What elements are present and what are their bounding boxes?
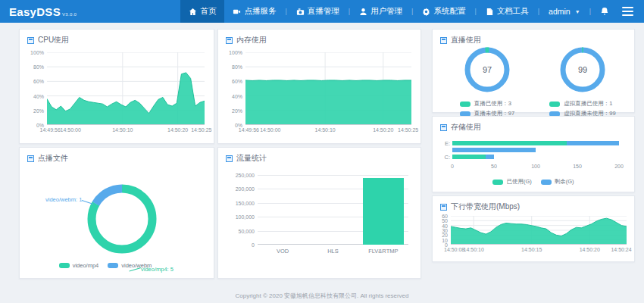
y-axis-label: 80% xyxy=(33,64,44,70)
bell-icon xyxy=(600,7,609,16)
legend-swatch xyxy=(541,180,552,185)
document-icon xyxy=(486,8,494,16)
x-axis-label: 14:50:15 xyxy=(521,247,542,252)
home-icon xyxy=(189,8,197,16)
virtual-live-gauge[interactable]: 99 虚拟直播已使用：1 虚拟直播未使用：99 xyxy=(537,46,628,120)
panel-icon xyxy=(226,155,233,162)
nav-item-live[interactable]: 直播管理 xyxy=(288,0,348,23)
x-axis-label: 14:49:56 xyxy=(239,127,259,133)
notifications-button[interactable] xyxy=(592,0,617,23)
y-axis-label: 20% xyxy=(232,108,242,113)
live-camera-icon xyxy=(296,8,305,16)
legend-swatch xyxy=(59,263,70,268)
traffic-bar-chart[interactable]: 050,000100,000150,000200,000250,000VODHL… xyxy=(258,175,408,245)
panel-traffic-stats: 流量统计 050,000100,000150,000200,000250,000… xyxy=(217,147,421,279)
y-axis-label: 20 xyxy=(442,233,448,238)
x-axis-label: 14:50:20 xyxy=(167,127,188,133)
x-axis-label: 14:50:24 xyxy=(611,247,631,252)
storage-legend: 已使用(G) 剩余(G) xyxy=(433,178,634,186)
panel-icon xyxy=(440,124,447,131)
y-axis-label: 100% xyxy=(229,50,242,55)
y-axis-label: 50,000 xyxy=(239,228,255,233)
x-axis-label: 50 xyxy=(491,164,497,169)
y-axis-label: 200,000 xyxy=(236,186,255,192)
storage-row: C: xyxy=(452,155,619,159)
y-axis-label: 0 xyxy=(252,242,255,248)
memory-area-chart[interactable]: 0%20%40%60%80%100%14:49:5614:50:0014:50:… xyxy=(245,52,411,125)
copyright-text: Copyright © 2020 安徽旭帆信息科技有限公司. All right… xyxy=(0,292,644,300)
panel-cpu-usage: CPU使用 0%20%40%60%80%100%14:49:5614:50:00… xyxy=(19,29,214,144)
nav-item-docs[interactable]: 文档工具 xyxy=(477,0,537,23)
nav-item-vod[interactable]: 点播服务 xyxy=(224,0,284,23)
panel-title: 内存使用 xyxy=(226,35,267,45)
nav-item-home[interactable]: 首页 xyxy=(180,0,224,23)
vod-camera-icon xyxy=(233,8,241,16)
y-axis-label: 60 xyxy=(442,214,448,219)
panel-icon xyxy=(226,37,233,44)
panel-memory-usage: 内存使用 0%20%40%60%80%100%14:49:5614:50:001… xyxy=(217,29,421,144)
category-label: FLV&RTMP xyxy=(368,248,398,255)
panel-title: 存储使用 xyxy=(440,122,481,133)
y-axis-label: 250,000 xyxy=(236,173,255,178)
nav-item-users[interactable]: 用户管理 xyxy=(351,0,411,23)
panel-title: 直播使用 xyxy=(440,35,481,45)
x-axis-label: 14:50:08 xyxy=(444,247,464,252)
bandwidth-area-chart[interactable]: 010203040506014:50:0814:50:1014:50:1514:… xyxy=(451,216,627,245)
y-axis-label: 20% xyxy=(33,108,44,113)
panel-icon xyxy=(27,155,34,162)
legend-swatch xyxy=(549,102,560,107)
panel-storage: 存储使用 E:C:050100150200 已使用(G) 剩余(G) xyxy=(432,116,635,192)
x-axis-label: 0 xyxy=(451,164,454,169)
y-axis-label: 80% xyxy=(232,64,242,70)
traffic-bar[interactable] xyxy=(363,178,404,245)
storage-row: E: xyxy=(452,141,619,145)
nav-item-admin[interactable]: admin ▼ xyxy=(540,0,589,23)
chevron-down-icon: ▼ xyxy=(575,9,580,14)
panel-vod-files: 点播文件 video/webm: 1 video/mp4: 5 video/mp… xyxy=(19,147,214,279)
top-navbar: EasyDSSV3.0.0 首页 点播服务 | 直播管理 | 用户管理 | xyxy=(0,0,644,23)
legend-swatch xyxy=(492,180,503,185)
x-axis-label: 14:50:10 xyxy=(464,247,484,252)
x-axis-label: 14:50:10 xyxy=(314,127,335,133)
x-axis-label: 14:50:25 xyxy=(398,127,418,133)
storage-bar-chart[interactable]: E:C:050100150200 xyxy=(452,141,619,162)
x-axis-label: 14:50:00 xyxy=(61,127,81,133)
panel-title: 下行带宽使用(Mbps) xyxy=(440,201,520,212)
live-gauge[interactable]: 97 直播已使用：3 直播未使用：97 xyxy=(442,46,533,120)
panel-title: 点播文件 xyxy=(27,153,68,164)
x-axis-label: 150 xyxy=(573,164,582,169)
panel-icon xyxy=(440,37,447,44)
legend-swatch xyxy=(460,102,470,107)
y-axis-label: 100% xyxy=(30,50,44,55)
legend-item: 虚拟直播已使用：1 xyxy=(549,100,615,108)
brand-version: V3.0.0 xyxy=(62,12,77,17)
panel-title: CPU使用 xyxy=(27,35,69,45)
x-axis-label: 14:50:20 xyxy=(580,247,600,252)
y-axis-label: 50 xyxy=(442,218,448,223)
legend-swatch xyxy=(108,263,118,268)
x-axis-label: 14:50:00 xyxy=(260,127,280,133)
panel-icon xyxy=(27,37,34,44)
y-axis-label: 60% xyxy=(232,79,242,84)
gauge-value: 99 xyxy=(559,46,606,93)
category-label: VOD xyxy=(277,248,289,255)
brand-logo[interactable]: EasyDSSV3.0.0 xyxy=(9,5,77,18)
panel-live-usage: 直播使用 97 直播已使用：3 直播未使用：97 99 虚拟直播已使用：1 虚拟… xyxy=(432,29,635,113)
storage-row xyxy=(452,148,619,152)
x-axis-label: 100 xyxy=(531,164,540,169)
nav-item-settings[interactable]: 系统配置 xyxy=(414,0,474,23)
y-axis-label: 150,000 xyxy=(236,200,255,205)
gauge-value: 97 xyxy=(464,46,511,93)
category-label: HLS xyxy=(327,248,339,255)
dashboard-page: EasyDSSV3.0.0 首页 点播服务 | 直播管理 | 用户管理 | xyxy=(0,0,644,303)
menu-toggle-icon[interactable] xyxy=(622,7,633,16)
panel-title: 流量统计 xyxy=(226,153,267,164)
cpu-area-chart[interactable]: 0%20%40%60%80%100%14:49:5614:50:0014:50:… xyxy=(47,52,205,125)
y-axis-label: 60% xyxy=(33,79,44,84)
y-axis-label: 40% xyxy=(232,93,242,98)
x-axis-label: 200 xyxy=(614,164,624,169)
vod-donut-chart[interactable] xyxy=(83,180,161,258)
y-axis-label: 40 xyxy=(442,223,448,228)
panel-icon xyxy=(440,204,447,211)
x-axis-label: 14:50:10 xyxy=(112,127,133,133)
